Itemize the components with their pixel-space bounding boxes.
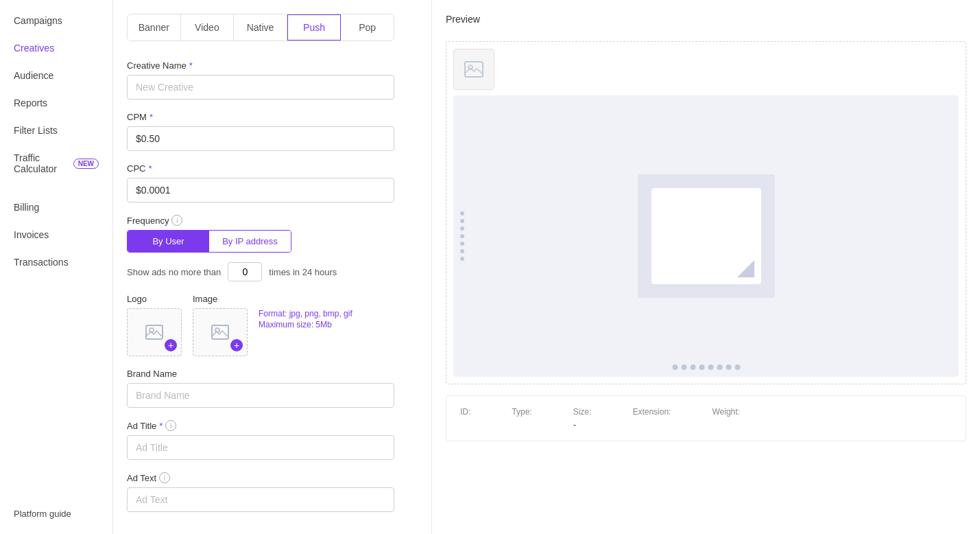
size-label: Size: [573,407,592,417]
cpc-field: CPC * [127,163,394,202]
extension-label: Extension: [632,407,671,417]
ad-text-label: Ad Text i [127,472,394,483]
sidebar-item-label: Creatives [14,43,54,54]
required-indicator: * [159,421,163,431]
ad-title-label: Ad Title * i [127,420,394,431]
preview-title: Preview [446,14,966,25]
image-upload-section: Image + [193,294,248,356]
cpm-label: CPM * [127,112,394,122]
preview-area [446,41,966,384]
frequency-by-user-btn[interactable]: By User [128,231,209,252]
sidebar-item-filter-lists[interactable]: Filter Lists [0,117,112,144]
cpm-input[interactable] [127,126,394,151]
required-indicator: * [148,163,152,174]
preview-image-placeholder [638,174,775,298]
sidebar-item-label: Filter Lists [14,125,58,136]
cpc-label: CPC * [127,163,394,174]
logo-label: Logo [127,294,182,304]
preview-main-area [453,95,959,377]
preview-triangle-decoration [737,260,754,277]
creative-name-field: Creative Name * [127,60,394,100]
ad-title-input[interactable] [127,435,394,460]
upload-info: Format: jpg, png, bmp, gif Maximum size:… [259,294,352,331]
sidebar-item-label: Traffic Calculator [14,152,68,174]
form-section: Creative Name * CPM * CPC * Frequency [127,60,394,512]
sidebar-item-label: Audience [14,70,53,81]
creative-name-label: Creative Name * [127,60,394,71]
sidebar-item-reports[interactable]: Reports [0,89,112,117]
image-placeholder-icon [209,321,231,343]
sidebar: Campaigns Creatives Audience Reports Fil… [0,0,113,534]
info-row: ID: Type: Size: - Extension: Weight: [460,407,952,430]
frequency-field: Frequency i By User By IP address Show a… [127,215,394,281]
creative-name-input[interactable] [127,75,394,100]
upload-row: Logo + Image [127,294,394,356]
ad-text-input[interactable] [127,487,394,512]
sidebar-item-label: Billing [14,202,39,213]
svg-rect-0 [146,325,163,339]
frequency-by-ip-btn[interactable]: By IP address [209,231,291,252]
preview-small-icon [453,49,494,90]
sidebar-item-traffic-calculator[interactable]: Traffic Calculator NEW [0,144,112,183]
image-plus-icon: + [230,339,243,351]
frequency-toggle: By User By IP address [127,230,291,253]
info-col-id: ID: [460,407,470,419]
required-indicator: * [189,60,193,71]
logo-upload-section: Logo + [127,294,182,356]
brand-name-field: Brand Name [127,369,394,408]
logo-plus-icon: + [165,339,177,351]
svg-rect-4 [465,62,483,77]
sidebar-item-campaigns[interactable]: Campaigns [0,7,112,34]
sidebar-item-label: Campaigns [14,15,62,26]
info-col-type: Type: [512,407,531,419]
ad-title-info-icon[interactable]: i [165,420,176,431]
cpm-field: CPM * [127,112,394,151]
sidebar-item-audience[interactable]: Audience [0,62,112,89]
required-indicator: * [150,112,153,122]
sidebar-item-billing[interactable]: Billing [0,194,112,221]
brand-name-input[interactable] [127,383,394,408]
frequency-label: Frequency i [127,215,394,226]
size-value: - [573,419,592,430]
new-badge: NEW [73,159,99,169]
tab-video[interactable]: Video [181,14,235,40]
tab-push[interactable]: Push [287,14,342,40]
info-table: ID: Type: Size: - Extension: Weight: [446,395,966,441]
info-col-size: Size: - [573,407,592,430]
tab-banner[interactable]: Banner [128,14,181,40]
sidebar-item-label: Invoices [14,229,49,240]
sidebar-item-label: Reports [14,97,47,108]
logo-upload-box[interactable]: + [127,308,182,356]
ad-text-info-icon[interactable]: i [159,472,170,483]
image-label: Image [193,294,248,304]
info-col-extension: Extension: [632,407,671,419]
sidebar-item-transactions[interactable]: Transactions [0,248,112,276]
sidebar-item-label: Transactions [14,257,69,268]
image-upload-box[interactable]: + [193,308,248,356]
sidebar-item-creatives[interactable]: Creatives [0,34,112,62]
type-label: Type: [512,407,531,417]
tab-native[interactable]: Native [234,14,287,40]
preview-dots-vertical [460,211,464,261]
show-ads-times-input[interactable] [228,262,262,281]
cpc-input[interactable] [127,178,394,202]
tab-pop[interactable]: Pop [341,14,394,40]
frequency-info-icon[interactable]: i [171,215,182,226]
ad-text-field: Ad Text i [127,472,394,512]
tab-bar: Banner Video Native Push Pop [127,14,394,41]
show-ads-row: Show ads no more than times in 24 hours [127,262,394,281]
preview-dots-horizontal [672,364,740,370]
platform-guide-link[interactable]: Platform guide [0,500,112,527]
preview-image-inner [652,188,761,284]
sidebar-item-invoices[interactable]: Invoices [0,221,112,248]
info-col-weight: Weight: [712,407,739,419]
main-content: Banner Video Native Push Pop Creative Na… [113,0,431,534]
brand-name-label: Brand Name [127,369,394,379]
ad-title-field: Ad Title * i [127,420,394,460]
weight-label: Weight: [712,407,739,417]
id-label: ID: [460,407,470,417]
image-placeholder-icon [143,321,165,343]
svg-rect-2 [212,325,228,339]
preview-panel: Preview ID: [431,0,980,534]
